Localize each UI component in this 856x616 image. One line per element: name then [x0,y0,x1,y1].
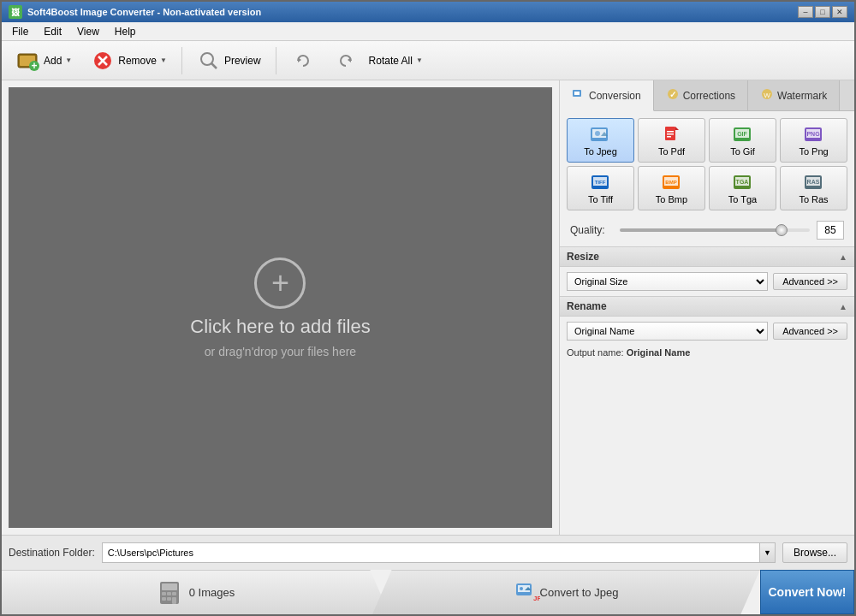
format-jpeg-button[interactable]: To Jpeg [567,118,634,163]
convert-to-section: JPG Convert to Jpeg [372,570,760,614]
title-bar-left: 🖼 Soft4Boost Image Converter - Non-activ… [9,5,261,19]
tab-watermark[interactable]: W Watermark [748,80,840,110]
convert-now-label: Convert Now! [769,585,847,599]
format-gif-button[interactable]: GIF To Gif [709,118,776,163]
convert-icon: JPG [514,580,540,606]
rename-control-row: Original Name Advanced >> [560,317,854,346]
menu-help[interactable]: Help [108,24,143,38]
bmp-icon: BMP [662,172,682,192]
format-ras-button[interactable]: RAS To Ras [780,166,847,210]
close-button[interactable]: ✕ [832,6,847,18]
toolbar-sep-1 [181,47,182,74]
add-files-circle-icon: + [254,258,306,309]
svg-rect-25 [667,136,671,138]
preview-button[interactable]: Preview [189,44,269,77]
rotate-right-button[interactable] [326,44,366,77]
destination-dropdown-button[interactable]: ▼ [760,542,776,563]
tab-conversion[interactable]: Conversion [560,80,654,111]
rotate-right-icon [334,49,358,73]
format-tga-button[interactable]: TGA To Tga [709,166,776,210]
rename-section-header: Rename ▲ [560,296,854,317]
add-dropdown-icon: ▼ [65,56,72,64]
tab-corrections-label: Corrections [683,90,735,102]
svg-text:JPG: JPG [533,595,540,602]
image-drop-panel[interactable]: + Click here to add files or drag'n'drop… [9,87,552,528]
quality-label: Quality: [570,224,613,236]
drop-subtitle: or drag'n'drop your files here [205,345,356,358]
svg-point-54 [520,587,523,590]
browse-button[interactable]: Browse... [782,542,847,563]
menu-file[interactable]: File [5,24,35,38]
rotate-label: Rotate All [369,55,413,67]
drop-title: Click here to add files [190,316,370,338]
add-icon: + [16,49,40,73]
rename-scroll-up[interactable]: ▲ [839,302,847,311]
quality-value: 85 [817,221,844,240]
svg-point-7 [201,53,213,65]
right-panel: Conversion ✓ Corrections [559,80,854,535]
rename-select[interactable]: Original Name [567,322,768,341]
conversion-tab-icon [572,87,586,104]
tiff-label: To Tiff [588,194,613,204]
window-controls: – □ ✕ [798,6,847,18]
format-pdf-button[interactable]: To Pdf [638,118,705,163]
jpeg-label: To Jpeg [584,146,617,157]
resize-header-label: Resize [567,251,599,263]
pdf-icon [662,124,682,145]
menu-edit[interactable]: Edit [37,24,68,38]
tab-corrections[interactable]: ✓ Corrections [654,80,748,110]
rename-header-label: Rename [567,300,607,312]
format-bmp-button[interactable]: BMP To Bmp [638,166,705,210]
destination-input[interactable] [102,542,760,563]
minimize-button[interactable]: – [798,6,813,18]
rotate-left-icon [291,49,315,73]
resize-select-wrapper: Original Size [567,272,768,291]
images-section: 0 Images [2,570,389,614]
format-tiff-button[interactable]: TIFF To Tiff [567,166,634,210]
convert-to-label: Convert to Jpeg [540,586,619,599]
output-name-row: Output name: Original Name [560,346,854,364]
jpeg-icon [591,124,611,145]
add-label: Add [44,55,62,67]
svg-point-19 [595,131,600,136]
pdf-label: To Pdf [658,146,685,157]
svg-text:TGA: TGA [735,179,748,185]
svg-text:GIF: GIF [737,131,747,137]
quality-slider[interactable] [620,228,810,232]
maximize-button[interactable]: □ [815,6,830,18]
rotate-left-button[interactable] [283,44,323,77]
svg-text:BMP: BMP [665,180,676,185]
svg-text:PNG: PNG [806,131,820,137]
gif-icon: GIF [733,124,753,145]
tabs-bar: Conversion ✓ Corrections [560,80,854,111]
main-content: + Click here to add files or drag'n'drop… [2,80,854,535]
quality-slider-thumb[interactable] [776,224,788,236]
svg-rect-24 [667,133,674,135]
add-button[interactable]: + Add ▼ [9,44,80,77]
tab-watermark-label: Watermark [777,90,827,102]
resize-control-row: Original Size Advanced >> [560,267,854,296]
app-window: 🖼 Soft4Boost Image Converter - Non-activ… [0,0,856,616]
svg-rect-48 [172,592,176,595]
menu-bar: File Edit View Help [2,22,854,41]
toolbar: + Add ▼ Remove ▼ [2,41,854,80]
svg-text:W: W [764,92,770,99]
format-png-button[interactable]: PNG To Png [780,118,847,163]
menu-view[interactable]: View [70,24,106,38]
rename-advanced-button[interactable]: Advanced >> [773,323,847,340]
svg-text:TIFF: TIFF [594,180,605,185]
svg-text:✓: ✓ [669,90,676,99]
svg-rect-51 [172,597,176,604]
convert-now-button[interactable]: Convert Now! [760,570,854,614]
watermark-tab-icon: W [760,87,774,104]
svg-rect-46 [162,592,166,595]
resize-scroll-up[interactable]: ▲ [839,252,847,262]
destination-area: Destination Folder: ▼ Browse... [2,535,854,570]
png-label: To Png [799,146,828,157]
drop-area: + Click here to add files or drag'n'drop… [190,258,370,358]
remove-button[interactable]: Remove ▼ [83,44,175,77]
resize-advanced-button[interactable]: Advanced >> [773,273,847,290]
svg-rect-12 [574,92,580,95]
svg-text:+: + [31,60,37,72]
resize-select[interactable]: Original Size [567,272,768,291]
